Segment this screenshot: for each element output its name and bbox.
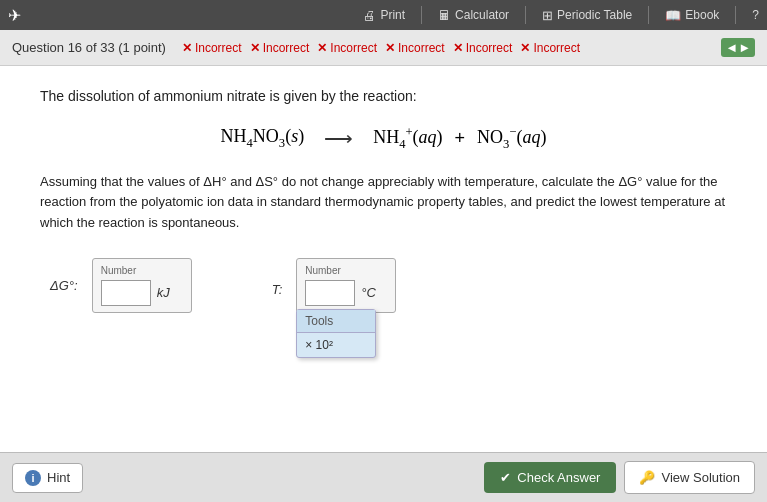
nav-right-icon[interactable]: ► bbox=[738, 40, 751, 55]
view-solution-button[interactable]: 🔑 View Solution bbox=[624, 461, 755, 494]
delta-g-label: ΔG°: bbox=[50, 278, 78, 293]
delta-g-input-inner: kJ bbox=[101, 280, 183, 306]
tools-dropdown: Tools × 10² bbox=[296, 309, 376, 358]
x-icon-3: ✕ bbox=[317, 41, 327, 55]
tools-header: Tools bbox=[297, 310, 375, 333]
x-icon-5: ✕ bbox=[453, 41, 463, 55]
divider-4 bbox=[735, 6, 736, 24]
incorrect-badge-1: ✕ Incorrect bbox=[182, 41, 242, 55]
assumption-text: Assuming that the values of ΔH° and ΔS° … bbox=[40, 172, 727, 234]
bottom-bar: i Hint ✔ Check Answer 🔑 View Solution bbox=[0, 452, 767, 502]
nav-left-icon[interactable]: ◄ bbox=[725, 40, 738, 55]
ebook-label: Ebook bbox=[685, 8, 719, 22]
hint-label: Hint bbox=[47, 470, 70, 485]
print-label: Print bbox=[380, 8, 405, 22]
check-answer-button[interactable]: ✔ Check Answer bbox=[484, 462, 616, 493]
temp-input[interactable] bbox=[305, 280, 355, 306]
incorrect-badge-5: ✕ Incorrect bbox=[453, 41, 513, 55]
reaction-arrow: ⟶ bbox=[324, 126, 353, 150]
delta-g-group: ΔG°: Number kJ bbox=[50, 258, 192, 313]
incorrect-badge-2: ✕ Incorrect bbox=[250, 41, 310, 55]
toolbar: ✈ 🖨 Print 🖩 Calculator ⊞ Periodic Table … bbox=[0, 0, 767, 30]
reactant: NH4NO3(s) bbox=[221, 126, 305, 151]
x-icon-4: ✕ bbox=[385, 41, 395, 55]
question-bar: Question 16 of 33 (1 point) ✕ Incorrect … bbox=[0, 30, 767, 66]
calculator-label: Calculator bbox=[455, 8, 509, 22]
number-box-title-1: Number bbox=[101, 265, 183, 276]
ebook-button[interactable]: 📖 Ebook bbox=[665, 8, 719, 23]
incorrect-badge-6: ✕ Incorrect bbox=[520, 41, 580, 55]
periodic-table-icon: ⊞ bbox=[542, 8, 553, 23]
checkmark-icon: ✔ bbox=[500, 470, 511, 485]
tools-item-exponent[interactable]: × 10² bbox=[297, 333, 375, 357]
divider-3 bbox=[648, 6, 649, 24]
nav-arrows[interactable]: ◄ ► bbox=[721, 38, 755, 57]
temp-box-container: Number °C Tools × 10² bbox=[296, 258, 396, 313]
temp-label: T: bbox=[272, 282, 283, 297]
number-box-title-2: Number bbox=[305, 265, 387, 276]
plus-sign: + bbox=[455, 128, 466, 149]
temp-input-inner: °C bbox=[305, 280, 387, 306]
check-answer-label: Check Answer bbox=[517, 470, 600, 485]
logo-icon: ✈ bbox=[8, 6, 21, 25]
product-1: NH4+(aq) bbox=[373, 125, 442, 152]
periodic-table-label: Periodic Table bbox=[557, 8, 632, 22]
x-icon-6: ✕ bbox=[520, 41, 530, 55]
view-solution-label: View Solution bbox=[661, 470, 740, 485]
question-title: Question 16 of 33 (1 point) bbox=[12, 40, 166, 55]
calculator-icon: 🖩 bbox=[438, 8, 451, 23]
calculator-button[interactable]: 🖩 Calculator bbox=[438, 8, 509, 23]
hint-button[interactable]: i Hint bbox=[12, 463, 83, 493]
temp-group: T: Number °C Tools × 10² bbox=[272, 258, 397, 313]
help-label: ? bbox=[752, 8, 759, 22]
question-intro-text: The dissolution of ammonium nitrate is g… bbox=[40, 86, 727, 107]
hint-icon: i bbox=[25, 470, 41, 486]
periodic-table-button[interactable]: ⊞ Periodic Table bbox=[542, 8, 632, 23]
equation-area: NH4NO3(s) ⟶ NH4+(aq) + NO3−(aq) bbox=[40, 125, 727, 152]
print-button[interactable]: 🖨 Print bbox=[363, 8, 405, 23]
delta-g-unit: kJ bbox=[157, 285, 170, 300]
x-icon-1: ✕ bbox=[182, 41, 192, 55]
delta-g-input[interactable] bbox=[101, 280, 151, 306]
incorrect-badge-3: ✕ Incorrect bbox=[317, 41, 377, 55]
divider-2 bbox=[525, 6, 526, 24]
content-area: The dissolution of ammonium nitrate is g… bbox=[0, 66, 767, 452]
print-icon: 🖨 bbox=[363, 8, 376, 23]
key-icon: 🔑 bbox=[639, 470, 655, 485]
delta-g-number-box: Number kJ bbox=[92, 258, 192, 313]
divider-1 bbox=[421, 6, 422, 24]
incorrect-badge-4: ✕ Incorrect bbox=[385, 41, 445, 55]
ebook-icon: 📖 bbox=[665, 8, 681, 23]
temp-number-box: Number °C bbox=[296, 258, 396, 313]
input-row: ΔG°: Number kJ T: Number °C bbox=[40, 258, 727, 313]
temp-unit: °C bbox=[361, 285, 376, 300]
product-2: NO3−(aq) bbox=[477, 125, 546, 152]
x-icon-2: ✕ bbox=[250, 41, 260, 55]
help-button[interactable]: ? bbox=[752, 8, 759, 22]
